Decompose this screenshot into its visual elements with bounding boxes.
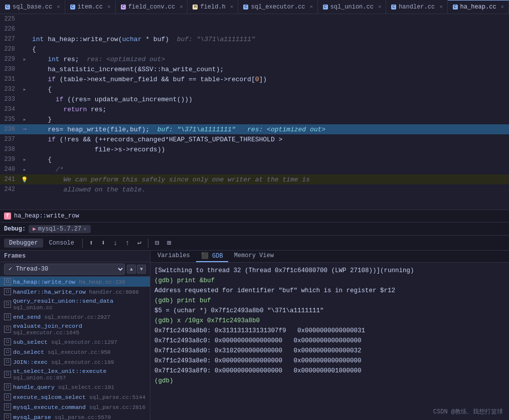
resume-button[interactable]: ⬆: [86, 238, 97, 249]
gdb-panel: Variables ⬛ GDB Memory View [Switching t…: [150, 251, 509, 420]
code-content-229: int res; res: <optimized out>: [30, 56, 509, 63]
tab-icon-field_h: H: [193, 5, 198, 10]
code-line-241: 241💡 We can perform this safely since on…: [0, 174, 509, 184]
code-line-233: 233 if ((res= update_auto_increment())): [0, 94, 509, 104]
step-out-button[interactable]: ↑: [122, 238, 133, 249]
frame-item-7[interactable]: □JOIN::exec sql_executor.cc:199: [0, 357, 150, 367]
frame-item-11[interactable]: □mysql_execute_command sql_parse.cc:2816: [0, 402, 150, 412]
frame-fn-2: Query_result_union::send_data: [13, 298, 113, 304]
gdb-output[interactable]: [Switching to thread 32 (Thread 0x7f1c64…: [150, 263, 509, 420]
frame-icon-7: □: [4, 358, 11, 365]
tab-sql_union[interactable]: Csql_union.cc×: [318, 0, 387, 14]
frame-text-5: sub_select sql_executor.cc:1297: [13, 339, 117, 345]
code-line-228: 228{: [0, 44, 509, 54]
frame-item-8[interactable]: □st_select_lex_unit::execute sql_union.c…: [0, 367, 150, 382]
tab-memory-view[interactable]: Memory View: [229, 251, 279, 262]
frames-header: Frames: [0, 251, 150, 262]
run-to-cursor-button[interactable]: ↩: [134, 238, 145, 249]
tab-close-ha_heap[interactable]: ×: [501, 4, 504, 10]
debug-toolbar: Debugger Console ⬆ ⬇ ↓ ↑ ↩ ⊟ ⊞: [0, 236, 509, 251]
thread-prev-button[interactable]: ▲: [127, 265, 136, 274]
code-content-227: int ha_heap::write_row(uchar * buf) buf:…: [30, 36, 509, 43]
frames-list: □ha_heap::write_row ha_heap.cc:236□handl…: [0, 277, 150, 420]
frame-item-4[interactable]: □evaluate_join_record sql_executor.cc:16…: [0, 322, 150, 337]
code-content-236: res= heap_write(file,buf); buf: "\371\a1…: [30, 126, 509, 133]
frame-text-11: mysql_execute_command sql_parse.cc:2816: [13, 404, 145, 410]
frame-file-2: sql_union.cc: [13, 305, 53, 311]
thread-next-button[interactable]: ▼: [137, 265, 146, 274]
tab-sql_executor[interactable]: Csql_executor.cc×: [238, 0, 317, 14]
debug-session-close[interactable]: ✕: [83, 226, 87, 232]
frame-item-0[interactable]: □ha_heap::write_row ha_heap.cc:236: [0, 277, 150, 287]
line-number-225: 225: [0, 16, 19, 23]
frame-item-10[interactable]: □execute_sqlcom_select sql_parse.cc:5144: [0, 392, 150, 402]
frame-item-1[interactable]: □handler::ha_write_row handler.cc:8086: [0, 287, 150, 297]
code-line-236: 236→ res= heap_write(file,buf); buf: "\3…: [0, 124, 509, 134]
frames-panel: Frames ✓ Thread-30 ▲ ▼ □ha_heap::write_r…: [0, 251, 150, 420]
tab-close-item[interactable]: ×: [107, 4, 111, 10]
tab-field_conv[interactable]: Cfield_conv.cc×: [116, 0, 188, 14]
gutter-fold-239: ▸: [19, 156, 30, 163]
tab-icon-handler: C: [391, 5, 396, 10]
thread-select[interactable]: ✓ Thread-30: [4, 264, 125, 275]
frame-text-8: st_select_lex_unit::execute sql_union.cc…: [13, 368, 146, 381]
thread-nav: ▲ ▼: [127, 265, 146, 274]
frame-fn-8: st_select_lex_unit::execute: [13, 368, 106, 374]
frame-item-6[interactable]: □do_select sql_executor.cc:950: [0, 347, 150, 357]
tab-item[interactable]: Citem.cc×: [65, 0, 116, 14]
frame-icon-12: □: [4, 413, 11, 420]
tab-handler[interactable]: Chandler.cc×: [386, 0, 447, 14]
tab-sql_base[interactable]: Csql_base.cc×: [0, 0, 65, 14]
line-number-229: 229: [0, 56, 19, 63]
line-number-240: 240: [0, 166, 19, 173]
tab-variables[interactable]: Variables: [152, 251, 195, 262]
frame-item-12[interactable]: □mysql_parse sql_parse.cc:5570: [0, 412, 150, 420]
tab-close-field_conv[interactable]: ×: [180, 4, 183, 10]
frame-item-3[interactable]: □end_send sql_executor.cc:2927: [0, 312, 150, 322]
step-into-button[interactable]: ↓: [110, 238, 121, 249]
tab-close-handler[interactable]: ×: [439, 4, 443, 10]
code-line-232: 232▸ {: [0, 84, 509, 94]
code-content-234: return res;: [30, 106, 509, 113]
code-line-225: 225: [0, 14, 509, 24]
tab-debugger[interactable]: Debugger: [4, 239, 43, 248]
frame-icon-8: □: [4, 371, 11, 378]
code-line-226: 226: [0, 24, 509, 34]
frame-fn-6: do_select: [13, 349, 48, 355]
step-over-button[interactable]: ⬇: [98, 238, 109, 249]
tab-label-sql_base: sql_base.cc: [13, 4, 52, 11]
gdb-tabs: Variables ⬛ GDB Memory View: [150, 251, 509, 263]
tab-close-sql_executor[interactable]: ×: [310, 4, 313, 10]
debug-session-name: mysql-5.7.27: [38, 226, 81, 233]
frames-button[interactable]: ⊟: [151, 238, 162, 249]
tab-console[interactable]: Console: [44, 239, 79, 248]
tab-close-sql_base[interactable]: ×: [57, 4, 60, 10]
debug-session[interactable]: ▶ mysql-5.7.27 ✕: [29, 225, 91, 233]
tab-ha_heap[interactable]: Cha_heap.cc×: [448, 0, 509, 14]
tab-label-ha_heap: ha_heap.cc: [460, 4, 496, 11]
frame-item-5[interactable]: □sub_select sql_executor.cc:1297: [0, 337, 150, 347]
frame-fn-5: sub_select: [13, 339, 51, 345]
tab-field_h[interactable]: Hfield.h×: [188, 0, 238, 14]
gutter-arrow-236: →: [19, 126, 30, 133]
frame-file-0: ha_heap.cc:236: [79, 279, 125, 285]
frame-item-2[interactable]: □Query_result_union::send_data sql_union…: [0, 297, 150, 312]
tab-bar: Csql_base.cc×Citem.cc×Cfield_conv.cc×Hfi…: [0, 0, 509, 14]
frame-file-7: sql_executor.cc:199: [51, 359, 114, 365]
frame-text-4: evaluate_join_record sql_executor.cc:164…: [13, 323, 146, 336]
gdb-line-10: 0x7f1c2493a8f0: 0x0000000000000000 0x000…: [154, 366, 505, 376]
frame-fn-7: JOIN::exec: [13, 359, 51, 365]
threads-button[interactable]: ⊞: [163, 238, 175, 249]
watermark: CSDN @教练、我想打篮球: [433, 407, 503, 416]
tab-gdb[interactable]: ⬛ GDB: [196, 251, 228, 262]
tab-close-sql_union[interactable]: ×: [378, 4, 382, 10]
frame-item-9[interactable]: □handle_query sql_select.cc:191: [0, 382, 150, 392]
code-line-235: 235▸ }: [0, 114, 509, 124]
frame-text-0: ha_heap::write_row ha_heap.cc:236: [13, 279, 125, 285]
frame-icon-3: □: [4, 313, 11, 320]
code-content-241: We can perform this safely since only on…: [30, 176, 509, 183]
code-line-239: 239▸ {: [0, 154, 509, 164]
code-line-229: 229▸ int res; res: <optimized out>: [0, 54, 509, 64]
gdb-line-6: 0x7f1c2493a8b0: 0x313131313131307f9 0x00…: [154, 326, 505, 336]
tab-close-field_h[interactable]: ×: [230, 4, 234, 10]
